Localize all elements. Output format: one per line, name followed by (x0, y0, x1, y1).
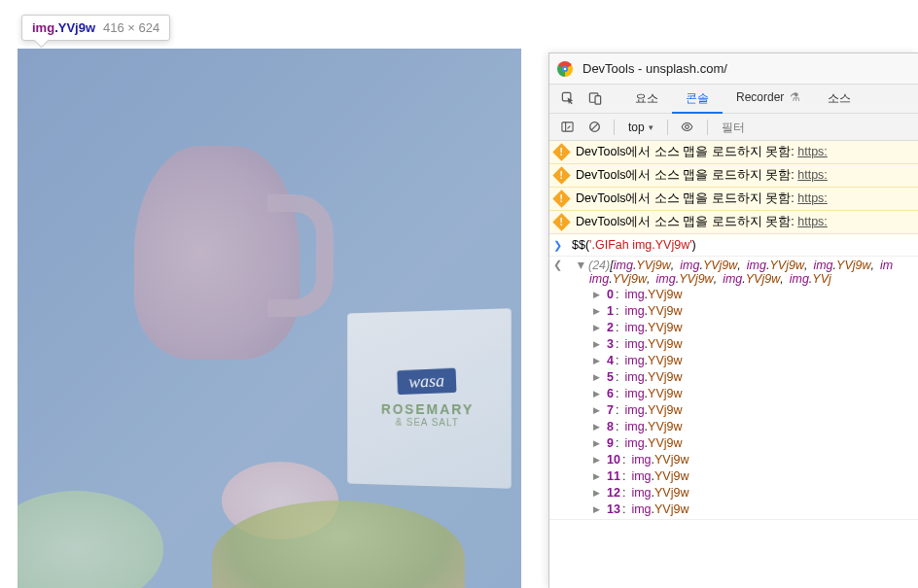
array-item-preview[interactable]: img.YVj9w (813, 259, 870, 272)
array-value[interactable]: img.YVj9w (624, 321, 682, 334)
preview-shape (134, 146, 300, 360)
context-selector[interactable]: top (622, 119, 659, 136)
expand-triangle-icon[interactable]: ▶ (593, 323, 603, 332)
tab-sources[interactable]: 소스 (814, 85, 865, 114)
array-item-row[interactable]: ▶8:img.YVj9w (593, 418, 910, 434)
tab-recorder[interactable]: Recorder ⚗ (723, 85, 814, 114)
array-item-row[interactable]: ▶0:img.YVj9w (593, 286, 910, 302)
array-item-row[interactable]: ▶5:img.YVj9w (593, 368, 910, 385)
array-index: 13 (607, 502, 620, 516)
warning-text: DevTools에서 소스 맵을 로드하지 못함: https: (576, 144, 828, 160)
array-item-row[interactable]: ▶7:img.YVj9w (593, 401, 910, 418)
tooltip-selector: img.YVj9w (32, 20, 95, 35)
array-index: 2 (607, 321, 614, 334)
array-item-row[interactable]: ▶4:img.YVj9w (593, 352, 910, 368)
array-index: 6 (607, 387, 614, 400)
console-output[interactable]: !DevTools에서 소스 맵을 로드하지 못함: https:!DevToo… (549, 141, 918, 588)
array-index: 12 (607, 486, 620, 500)
tab-console[interactable]: 콘솔 (672, 85, 723, 114)
array-value[interactable]: img.YVj9w (631, 469, 688, 483)
live-expression-icon[interactable] (676, 116, 699, 139)
expand-triangle-icon[interactable]: ▶ (577, 262, 586, 269)
array-value[interactable]: img.YVj9w (624, 436, 682, 450)
array-item-row[interactable]: ▶12:img.YVj9w (593, 484, 910, 501)
array-value[interactable]: img.YVj9w (624, 354, 682, 367)
array-value[interactable]: img.YVj9w (624, 387, 682, 400)
array-value[interactable]: img.YVj9w (631, 453, 688, 467)
expand-triangle-icon[interactable]: ▶ (593, 389, 603, 398)
array-index: 9 (607, 436, 614, 450)
expand-triangle-icon[interactable]: ▶ (593, 372, 603, 382)
array-value[interactable]: img.YVj9w (624, 288, 682, 301)
array-items: ▶0:img.YVj9w▶1:img.YVj9w▶2:img.YVj9w▶3:i… (572, 286, 910, 517)
array-item-row[interactable]: ▶9:img.YVj9w (593, 434, 910, 451)
preview-box: wasa ROSEMARY & SEA SALT (347, 308, 511, 488)
expand-triangle-icon[interactable]: ▶ (593, 422, 603, 432)
warning-link[interactable]: https: (797, 191, 828, 205)
box-logo: wasa (398, 368, 457, 395)
array-value[interactable]: img.YVj9w (624, 420, 682, 433)
array-item-preview[interactable]: img.YVj9w (589, 272, 647, 286)
array-value[interactable]: img.YVj9w (624, 304, 682, 318)
array-value[interactable]: img.YVj9w (624, 403, 682, 417)
warning-icon: ! (552, 190, 570, 207)
console-sidebar-toggle-icon[interactable] (555, 116, 579, 139)
expand-triangle-icon[interactable]: ▶ (593, 356, 603, 365)
array-item-row[interactable]: ▶2:img.YVj9w (593, 319, 910, 335)
warning-link[interactable]: https: (797, 215, 828, 228)
array-item-row[interactable]: ▶1:img.YVj9w (593, 302, 910, 319)
array-index: 5 (607, 370, 614, 384)
devtools-titlebar[interactable]: DevTools - unsplash.com/ (549, 53, 918, 85)
clear-console-icon[interactable] (583, 116, 606, 139)
array-value[interactable]: img.YVj9w (624, 370, 682, 384)
array-index: 3 (607, 337, 614, 351)
console-warning-row[interactable]: !DevTools에서 소스 맵을 로드하지 못함: https: (549, 211, 918, 234)
expand-triangle-icon[interactable]: ▶ (593, 405, 603, 415)
array-preview-cont[interactable]: img.YVj9w,img.YVj9w,img.YVj9w,img.YVj (572, 272, 910, 286)
warning-text: DevTools에서 소스 맵을 로드하지 못함: https: (576, 190, 828, 207)
console-warning-row[interactable]: !DevTools에서 소스 맵을 로드하지 못함: https: (549, 164, 918, 188)
expand-triangle-icon[interactable]: ▶ (593, 339, 603, 349)
array-item-preview[interactable]: img.YVj9w (723, 272, 780, 286)
svg-rect-2 (595, 96, 601, 104)
array-value[interactable]: img.YVj9w (631, 486, 688, 500)
array-preview[interactable]: ▶(24) [img.YVj9w,img.YVj9w,img.YVj9w,img… (572, 259, 910, 272)
array-item-row[interactable]: ▶10:img.YVj9w (593, 451, 910, 467)
array-item-row[interactable]: ▶6:img.YVj9w (593, 385, 910, 401)
array-item-row[interactable]: ▶11:img.YVj9w (593, 467, 910, 484)
array-index: 11 (607, 469, 620, 483)
console-result-row: ❮ ▶(24) [img.YVj9w,img.YVj9w,img.YVj9w,i… (549, 257, 918, 520)
array-value[interactable]: img.YVj9w (624, 337, 682, 351)
array-index: 4 (607, 354, 614, 367)
separator (707, 120, 708, 135)
expand-triangle-icon[interactable]: ▶ (593, 504, 603, 514)
array-index: 8 (607, 420, 614, 433)
flask-icon: ⚗ (790, 90, 800, 104)
array-value[interactable]: img.YVj9w (631, 502, 688, 516)
expand-triangle-icon[interactable]: ▶ (593, 438, 603, 448)
filter-input[interactable] (716, 119, 918, 136)
inspect-element-icon[interactable] (555, 86, 581, 112)
console-warning-row[interactable]: !DevTools에서 소스 맵을 로드하지 못함: https: (549, 141, 918, 164)
array-item-row[interactable]: ▶3:img.YVj9w (593, 335, 910, 352)
array-item-preview[interactable]: img.YVj9w (614, 259, 671, 272)
warning-text: DevTools에서 소스 맵을 로드하지 못함: https: (576, 214, 828, 230)
expand-triangle-icon[interactable]: ▶ (593, 290, 603, 299)
console-result[interactable]: ▶(24) [img.YVj9w,img.YVj9w,img.YVj9w,img… (572, 259, 910, 517)
expand-triangle-icon[interactable]: ▶ (593, 306, 603, 316)
devtools-tabs: 요소 콘솔 Recorder ⚗ 소스 (621, 85, 865, 114)
expand-triangle-icon[interactable]: ▶ (593, 455, 603, 465)
expand-triangle-icon[interactable]: ▶ (593, 471, 603, 481)
array-item-row[interactable]: ▶13:img.YVj9w (593, 501, 910, 517)
array-item-preview[interactable]: img.YVj9w (680, 259, 737, 272)
console-warning-row[interactable]: !DevTools에서 소스 맵을 로드하지 못함: https: (549, 188, 918, 211)
tab-elements[interactable]: 요소 (621, 85, 672, 114)
warning-text: DevTools에서 소스 맵을 로드하지 못함: https: (576, 167, 828, 184)
array-item-preview[interactable]: img.YVj9w (747, 259, 804, 272)
expand-triangle-icon[interactable]: ▶ (593, 488, 603, 498)
devtools-toolbar: 요소 콘솔 Recorder ⚗ 소스 (549, 85, 918, 114)
device-toggle-icon[interactable] (583, 86, 608, 112)
warning-link[interactable]: https: (797, 168, 828, 182)
array-item-preview[interactable]: img.YVj9w (656, 272, 714, 286)
warning-link[interactable]: https: (797, 145, 828, 158)
